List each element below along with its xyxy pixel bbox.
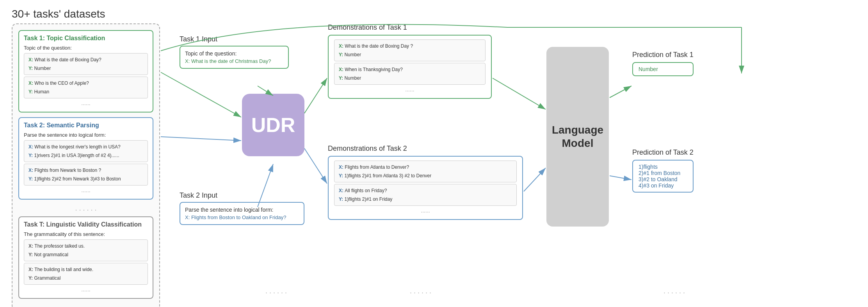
task1-item1-x: X: What is the date of Boxing Day?: [27, 56, 145, 64]
svg-line-10: [493, 78, 546, 109]
taskT-dots: ......: [24, 286, 148, 293]
task2-input-container: Task 2 Input Parse the sentence into log…: [180, 191, 304, 225]
svg-line-12: [610, 86, 631, 98]
pred-task2-line3: 3)#2 to Oakland: [639, 176, 687, 182]
task1-item2-y: Y: Human: [27, 88, 145, 96]
task1-item-2: X: Who is the CEO of Apple? Y: Human: [24, 77, 148, 98]
task1-item2-x: X: Who is the CEO of Apple?: [27, 79, 145, 87]
demo-task2-item-2: X: All flights on Friday? Y: 1)flights 2…: [334, 184, 517, 206]
demo-task2-label: Demonstrations of Task 2: [328, 145, 523, 153]
task2-input-title: Parse the sentence into logical form:: [185, 207, 299, 213]
demo-task1-dots: ......: [334, 86, 486, 93]
taskT-item-1: X: The professor talked us. Y: Not gramm…: [24, 239, 148, 261]
demo-task1-item1-x: X: What is the date of Boxing Day ?: [337, 42, 483, 50]
task2-item1-x: X: What is the longest river's length in…: [27, 143, 145, 151]
demo-task1-item-2: X: When is Thanksgiving Day? Y: Number: [334, 63, 486, 85]
pred-task2-line1: 1)flights: [639, 164, 687, 170]
task2-item-2: X: Flights from Newark to Boston ? Y: 1)…: [24, 164, 148, 186]
taskT-desc: The grammaticality of this sentence:: [24, 231, 148, 237]
demo-task2-item-1: X: Flights from Atlanta to Denver? Y: 1)…: [334, 161, 517, 182]
demo-task2-container: Demonstrations of Task 2 X: Flights from…: [328, 145, 523, 220]
task1-item-1: X: What is the date of Boxing Day? Y: Nu…: [24, 53, 148, 75]
pred-task2-line2: 2)#1 from Boston: [639, 170, 687, 176]
pred-task1-label: Prediction of Task 1: [632, 51, 694, 59]
svg-line-13: [610, 176, 631, 180]
task2-item-1: X: What is the longest river's length in…: [24, 140, 148, 162]
task1-input-title: Topic of the question:: [185, 50, 283, 57]
demo-task2-item2-x: X: All flights on Friday?: [337, 187, 514, 195]
demo-task2-box: X: Flights from Atlanta to Denver? Y: 1)…: [328, 156, 523, 220]
task2-dots: ......: [24, 187, 148, 193]
taskT-title: Task T: Linguistic Validity Classificati…: [24, 221, 148, 228]
demo-task2-item2-y: Y: 1)flights 2)#1 on Friday: [337, 195, 514, 203]
demo-task1-item1-y: Y: Number: [337, 51, 483, 59]
pred-task1-container: Prediction of Task 1 Number: [632, 51, 694, 76]
left-panel: Task 1: Topic Classification Topic of th…: [12, 23, 160, 307]
task1-input-container: Task 1 Input Topic of the question: X: W…: [180, 35, 289, 69]
task2-input-content: X: Flights from Boston to Oakland on Fri…: [185, 214, 299, 220]
taskT-item2-x: X: The building is tall and wide.: [27, 266, 145, 273]
taskT-item-2: X: The building is tall and wide. Y: Gra…: [24, 263, 148, 285]
pred-task2-label: Prediction of Task 2: [632, 148, 694, 157]
demo-task1-box: X: What is the date of Boxing Day ? Y: N…: [328, 35, 492, 99]
main-container: 30+ tasks' datasets Task 1: Topic Classi…: [0, 0, 868, 307]
demo-task1-label: Demonstrations of Task 1: [328, 23, 492, 32]
taskT-item2-y: Y: Grammatical: [27, 274, 145, 282]
pred-task2-container: Prediction of Task 2 1)flights 2)#1 from…: [632, 148, 694, 193]
language-model-label: LanguageModel: [552, 123, 603, 150]
demo-task2-item1-x: X: Flights from Atlanta to Denver?: [337, 163, 514, 171]
svg-line-11: [524, 168, 546, 191]
language-model-box: LanguageModel: [546, 47, 609, 227]
udr-label: UDR: [251, 113, 295, 137]
taskT-box: Task T: Linguistic Validity Classificati…: [18, 216, 153, 299]
demo-task1-item2-y: Y: Number: [337, 74, 483, 82]
task1-dots: ......: [24, 100, 148, 106]
task2-input-label: Task 2 Input: [180, 191, 304, 200]
pred-task2-value: 1)flights 2)#1 from Boston 3)#2 to Oakla…: [632, 160, 694, 193]
task2-box: Task 2: Semantic Parsing Parse the sente…: [18, 117, 153, 200]
page-title: 30+ tasks' datasets: [12, 8, 856, 20]
task2-item2-y: Y: 1)flights 2)#2 from Newark 3)#3 to Bo…: [27, 175, 145, 183]
bottom-dots-demo: . . . . . .: [410, 287, 431, 295]
svg-line-8: [304, 78, 327, 113]
task1-box: Task 1: Topic Classification Topic of th…: [18, 30, 153, 112]
task1-title: Task 1: Topic Classification: [24, 35, 148, 42]
demo-task1-container: Demonstrations of Task 1 X: What is the …: [328, 23, 492, 99]
dots-between-tasks: . . . . . .: [18, 204, 153, 212]
taskT-item1-y: Y: Not grammatical: [27, 251, 145, 259]
task1-input-box: Topic of the question: X: What is the da…: [180, 46, 289, 69]
svg-line-5: [161, 137, 241, 141]
task2-item2-x: X: Flights from Newark to Boston ?: [27, 166, 145, 174]
task1-input-label: Task 1 Input: [180, 35, 289, 43]
demo-task2-dots: ......: [334, 207, 517, 214]
task1-item1-y: Y: Number: [27, 64, 145, 72]
pred-task2-line4: 4)#3 on Friday: [639, 182, 687, 189]
task2-input-box: Parse the sentence into logical form: X:…: [180, 202, 304, 225]
task1-desc: Topic of the question:: [24, 45, 148, 51]
taskT-item1-x: X: The professor talked us.: [27, 242, 145, 250]
pred-task1-value: Number: [632, 62, 694, 76]
demo-task1-item2-x: X: When is Thanksgiving Day?: [337, 66, 483, 73]
task2-desc: Parse the sentence into logical form:: [24, 132, 148, 138]
svg-line-9: [304, 148, 327, 184]
bottom-dots-udr: . . . . . .: [265, 287, 287, 295]
svg-line-4: [161, 72, 241, 117]
task2-item1-y: Y: 1)rivers 2)#1 in USA 3)length of #2 4…: [27, 152, 145, 159]
bottom-dots-pred: . . . . . .: [663, 287, 685, 295]
task2-title: Task 2: Semantic Parsing: [24, 122, 148, 129]
task1-input-content: X: What is the date of Christmas Day?: [185, 58, 283, 64]
demo-task1-item-1: X: What is the date of Boxing Day ? Y: N…: [334, 39, 486, 61]
udr-box: UDR: [242, 94, 304, 156]
demo-task2-item1-y: Y: 1)flights 2)#1 from Atlanta 3) #2 to …: [337, 172, 514, 180]
